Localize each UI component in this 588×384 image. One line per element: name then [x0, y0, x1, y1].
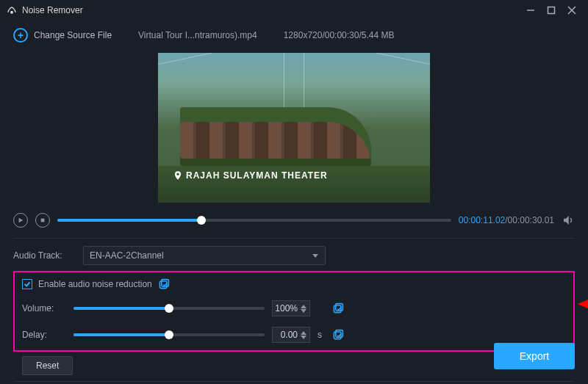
enable-noise-label: Enable audio noise reduction [38, 279, 152, 289]
volume-value-box[interactable]: 100% [272, 300, 310, 316]
svg-marker-19 [578, 300, 588, 308]
source-filename: Virtual Tour I...ntramuros).mp4 [138, 30, 257, 40]
source-fileinfo: 1280x720/00:00:30/5.44 MB [284, 30, 395, 40]
stop-button[interactable] [35, 213, 50, 228]
delay-value: 0.00 [281, 330, 298, 340]
minimize-button[interactable] [520, 0, 541, 21]
volume-slider[interactable] [74, 307, 265, 310]
change-source-label: Change Source File [34, 30, 112, 40]
title-bar: Noise Remover [0, 0, 588, 21]
annotation-arrow [578, 297, 588, 313]
noise-reduction-panel: Enable audio noise reduction Volume: 100… [13, 271, 575, 352]
volume-step-down[interactable] [301, 309, 306, 313]
delay-unit: s [318, 330, 325, 340]
volume-step-up[interactable] [301, 305, 306, 308]
apply-volume-icon[interactable] [332, 303, 344, 314]
current-time: 00:00:11.02 [459, 215, 505, 225]
top-toolbar: + Change Source File Virtual Tour I...nt… [0, 21, 588, 53]
maximize-button[interactable] [541, 0, 562, 21]
video-preview[interactable]: RAJAH SULAYMAN THEATER [158, 53, 430, 203]
total-time: 00:00:30.01 [508, 215, 554, 225]
window-title: Noise Remover [22, 5, 83, 15]
volume-icon[interactable] [562, 214, 575, 227]
reset-button[interactable]: Reset [22, 356, 73, 375]
plus-circle-icon: + [13, 28, 28, 43]
delay-step-up[interactable] [301, 331, 306, 335]
svg-marker-15 [301, 336, 306, 339]
play-button[interactable] [13, 213, 28, 228]
svg-rect-6 [41, 219, 45, 222]
delay-value-box[interactable]: 0.00 [272, 327, 310, 343]
chevron-down-icon [312, 252, 319, 259]
apply-delay-icon[interactable] [332, 329, 344, 341]
svg-marker-14 [301, 331, 306, 335]
audio-track-value: EN-AAC-2Channel [90, 250, 164, 261]
export-button[interactable]: Export [494, 343, 575, 369]
volume-value: 100% [275, 303, 298, 314]
audio-track-row: Audio Track: EN-AAC-2Channel [0, 240, 588, 271]
svg-marker-7 [312, 254, 318, 258]
volume-label: Volume: [22, 303, 66, 314]
svg-marker-10 [301, 305, 306, 308]
delay-slider[interactable] [74, 333, 265, 336]
svg-marker-11 [301, 309, 306, 313]
playback-time: 00:00:11.02/00:00:30.01 [459, 215, 554, 225]
app-logo-icon [6, 4, 18, 16]
audio-track-select[interactable]: EN-AAC-2Channel [83, 246, 326, 265]
enable-noise-checkbox[interactable] [22, 279, 32, 289]
close-button[interactable] [562, 0, 582, 21]
change-source-button[interactable]: + Change Source File [13, 28, 112, 43]
svg-rect-2 [548, 7, 555, 14]
svg-marker-5 [19, 218, 24, 222]
delay-label: Delay: [22, 330, 66, 340]
preview-caption: RAJAH SULAYMAN THEATER [173, 170, 328, 181]
playback-bar: 00:00:11.02/00:00:30.01 [0, 210, 588, 236]
delay-step-down[interactable] [301, 336, 306, 339]
svg-point-0 [10, 11, 13, 14]
audio-track-label: Audio Track: [13, 250, 83, 261]
pin-icon [173, 170, 183, 181]
apply-all-icon[interactable] [158, 278, 170, 290]
progress-slider[interactable] [57, 219, 451, 222]
